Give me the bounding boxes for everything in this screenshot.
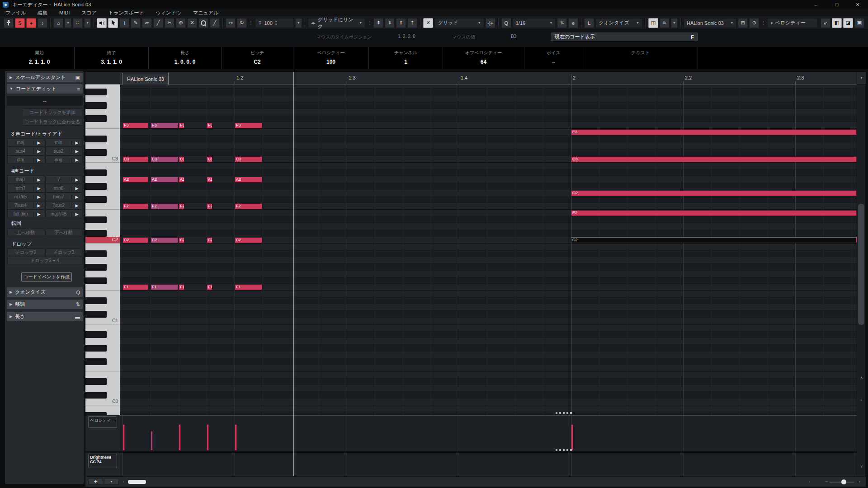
midi-note-F2[interactable]: F2 (151, 203, 178, 209)
piano-key-43[interactable] (85, 190, 120, 197)
piano-key-56[interactable] (85, 102, 120, 109)
tetrad-button-full-dim[interactable]: full dim▶ (7, 210, 44, 218)
infoline-field-0[interactable]: 開始2. 1. 1. 0 (5, 47, 75, 69)
autoscroll-button[interactable]: ↦ (226, 18, 236, 28)
tetrad-button-maj7-5[interactable]: maj7/#5▶ (45, 210, 82, 218)
chord-play-icon[interactable]: ▶ (71, 212, 82, 216)
mute-tool[interactable]: ✕ (187, 18, 197, 28)
piano-key-40[interactable] (85, 210, 120, 216)
midi-note-C2[interactable]: C2 (207, 237, 212, 243)
menu-item-3[interactable]: スコア (81, 9, 97, 16)
length-quantize-dropdown[interactable]: クオンタイズ▼ (595, 18, 642, 28)
velocity-bar[interactable] (151, 431, 153, 450)
midi-note-F2[interactable]: F2 (207, 203, 212, 209)
midi-note-F1[interactable]: F1 (179, 284, 184, 290)
chord-play-icon[interactable]: ▶ (33, 149, 44, 154)
black-key[interactable] (85, 89, 107, 95)
section-transpose[interactable]: ▶ 移調 ⇅ (7, 300, 83, 309)
midi-note-F2[interactable]: F2 (235, 203, 262, 209)
piano-key-59[interactable] (85, 84, 120, 89)
tetrad-button-min6[interactable]: min6▶ (45, 184, 82, 192)
piano-key-15[interactable] (85, 378, 120, 385)
black-key[interactable] (85, 169, 107, 176)
piano-key-41[interactable] (85, 203, 120, 210)
triad-button-sus2[interactable]: sus2▶ (45, 147, 82, 155)
record-button[interactable]: ● (26, 18, 36, 28)
piano-key-48[interactable]: C3 (85, 156, 120, 163)
black-key[interactable] (85, 331, 107, 338)
piano-key-42[interactable] (85, 196, 120, 203)
velocity-lane[interactable] (120, 415, 857, 451)
chord-play-icon[interactable]: ▶ (33, 141, 44, 145)
piano-key-24[interactable]: C1 (85, 318, 120, 324)
vertical-scrollbar[interactable]: ▼ ∧ ＋ ∨ (857, 72, 865, 476)
move-up-inversion-button[interactable]: 上へ移動 (7, 229, 44, 236)
piano-key-14[interactable] (85, 385, 120, 392)
audition-speaker-button[interactable] (97, 18, 107, 28)
black-key[interactable] (85, 358, 107, 365)
infoline-field-8[interactable]: テキスト (583, 47, 698, 69)
lane-resize-handle[interactable] (556, 449, 573, 451)
chord-play-icon[interactable]: ▶ (71, 158, 82, 162)
independent-loop-button[interactable]: ↻ (237, 18, 247, 28)
piano-key-33[interactable] (85, 257, 120, 264)
midi-note-C3[interactable]: C3 (179, 156, 184, 162)
midi-note-F1[interactable]: F1 (151, 284, 178, 290)
match-chord-track-button[interactable]: コードトラックに合わせる (22, 118, 83, 126)
iterative-quantize-button[interactable]: ％ (557, 18, 567, 28)
snap-type-dropdown[interactable]: グリッド▼ (434, 18, 484, 28)
show-lower-zone-button[interactable]: ◪ (843, 18, 853, 28)
show-part-borders-button[interactable]: ◫ (648, 18, 658, 28)
chord-play-icon[interactable]: ▶ (71, 149, 82, 154)
piano-key-55[interactable] (85, 109, 120, 116)
piano-key-36[interactable]: C2 (85, 237, 120, 244)
midi-note-C3[interactable]: C3 (151, 156, 178, 162)
black-key[interactable] (85, 378, 107, 385)
midi-note-C2[interactable]: C2 (123, 237, 148, 243)
chord-play-icon[interactable]: ▶ (33, 203, 44, 208)
black-key[interactable] (85, 136, 107, 142)
add-controller-lane-button[interactable]: ✚ (88, 478, 103, 485)
triad-button-maj[interactable]: maj▶ (7, 138, 44, 147)
velocity-bar[interactable] (207, 424, 209, 450)
solo-button[interactable]: S (15, 18, 25, 28)
black-key[interactable] (85, 297, 107, 304)
piano-key-34[interactable] (85, 250, 120, 257)
black-key[interactable] (85, 115, 107, 122)
infoline-field-6[interactable]: オフベロシティー64 (443, 47, 524, 69)
velocity-bar[interactable] (123, 424, 125, 450)
chord-play-icon[interactable]: ▶ (33, 186, 44, 191)
piano-key-21[interactable] (85, 338, 120, 345)
quantize-panel-button[interactable]: e (568, 18, 578, 28)
piano-key-20[interactable] (85, 345, 120, 352)
midi-note-E3[interactable]: E3 (571, 129, 857, 135)
piano-key-54[interactable] (85, 115, 120, 122)
section-chord-edit[interactable]: ▼ コードエディット ≡ (7, 84, 83, 94)
midi-note-F3[interactable]: F3 (235, 122, 262, 128)
part-editing-dropdown[interactable]: ▼ (671, 18, 678, 28)
midi-note-F2[interactable]: F2 (179, 203, 184, 209)
midi-note-G2[interactable]: G2 (571, 190, 857, 196)
menu-item-4[interactable]: トランスポート (108, 9, 144, 16)
timeline-ruler[interactable]: 1.21.31.422.22.3 (120, 72, 857, 84)
piano-key-29[interactable] (85, 284, 120, 291)
piano-key-57[interactable] (85, 95, 120, 102)
split-tool[interactable]: ✂ (165, 18, 175, 28)
midi-note-C2[interactable]: C2 (571, 237, 857, 243)
piano-key-31[interactable] (85, 271, 120, 277)
midi-note-A2[interactable]: A2 (207, 177, 212, 183)
midi-note-C3[interactable]: C3 (235, 156, 262, 162)
menu-item-0[interactable]: ファイル (5, 9, 26, 16)
piano-key-35[interactable] (85, 244, 120, 250)
cc-lane[interactable] (120, 453, 857, 476)
nudge-more-button[interactable]: ⇡ (407, 18, 417, 28)
midi-note-A2[interactable]: A2 (179, 177, 184, 183)
black-key[interactable] (85, 196, 107, 203)
current-chord-display[interactable]: 現在のコード表示 F (551, 33, 698, 41)
piano-key-32[interactable] (85, 264, 120, 271)
infoline-field-1[interactable]: 終了3. 1. 1. 0 (75, 47, 149, 69)
piano-key-52[interactable] (85, 129, 120, 136)
vertical-scroll-thumb[interactable] (858, 204, 864, 325)
tetrad-button-7[interactable]: 7▶ (45, 175, 82, 184)
erase-tool[interactable]: ▱ (142, 18, 152, 28)
